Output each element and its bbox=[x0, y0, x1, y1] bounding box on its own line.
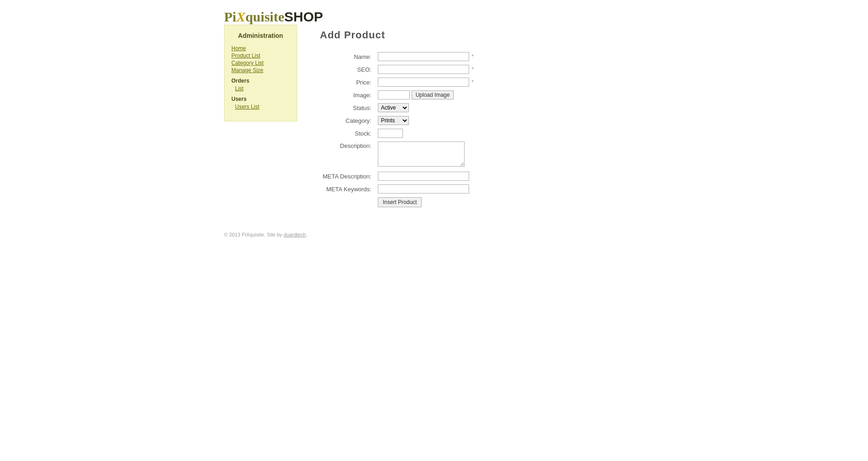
seo-input[interactable] bbox=[378, 65, 469, 74]
page-title: Add Product bbox=[320, 29, 635, 41]
meta-description-label: META Description: bbox=[320, 170, 375, 183]
logo-quisite: quisite bbox=[246, 9, 284, 24]
logo-x: X bbox=[236, 9, 246, 24]
meta-keywords-field-cell bbox=[375, 183, 477, 195]
description-row: Description: bbox=[320, 140, 476, 170]
sidebar-item-category-list[interactable]: Category List bbox=[231, 59, 290, 67]
status-row: Status: Active Inactive bbox=[320, 101, 476, 114]
insert-product-button[interactable]: Insert Product bbox=[378, 197, 422, 207]
status-field-cell: Active Inactive bbox=[375, 101, 477, 114]
logo-pi: Pi bbox=[224, 9, 236, 24]
footer-text: © 2013 PiXquisite. Site by bbox=[224, 232, 283, 237]
sidebar-item-home[interactable]: Home bbox=[231, 45, 290, 52]
price-required: * bbox=[471, 79, 474, 85]
name-label: Name: bbox=[320, 50, 375, 63]
submit-row: Insert Product bbox=[320, 195, 476, 209]
sidebar: Administration Home Product List Categor… bbox=[224, 25, 297, 121]
category-select[interactable]: Prints Canvas Framed bbox=[378, 116, 409, 125]
stock-field-cell bbox=[375, 127, 477, 140]
sidebar-item-manage-size[interactable]: Manage Size bbox=[231, 67, 290, 74]
sidebar-title: Administration bbox=[231, 32, 290, 39]
nav-section-orders: Orders List bbox=[231, 78, 290, 92]
price-label: Price: bbox=[320, 76, 375, 89]
meta-keywords-label: META Keywords: bbox=[320, 183, 375, 195]
seo-field-cell: * bbox=[375, 63, 477, 76]
name-row: Name: * bbox=[320, 50, 476, 63]
product-form: Name: * SEO: * Price: bbox=[320, 50, 476, 209]
orders-label: Orders bbox=[231, 78, 290, 84]
image-input[interactable] bbox=[378, 90, 410, 100]
category-row: Category: Prints Canvas Framed bbox=[320, 114, 476, 127]
price-field-cell: * bbox=[375, 76, 477, 89]
category-label: Category: bbox=[320, 114, 375, 127]
description-textarea[interactable] bbox=[378, 141, 465, 167]
seo-required: * bbox=[471, 66, 474, 73]
main-content: Add Product Name: * SEO: * bbox=[311, 25, 644, 214]
meta-description-input[interactable] bbox=[378, 172, 469, 181]
category-field-cell: Prints Canvas Framed bbox=[375, 114, 477, 127]
image-field-cell: Upload Image bbox=[375, 89, 477, 101]
sidebar-item-users-list[interactable]: Users List bbox=[231, 103, 290, 110]
submit-label-spacer bbox=[320, 195, 375, 209]
stock-row: Stock: bbox=[320, 127, 476, 140]
meta-keywords-input[interactable] bbox=[378, 184, 469, 194]
name-required: * bbox=[471, 53, 474, 60]
status-select[interactable]: Active Inactive bbox=[378, 103, 409, 112]
meta-description-row: META Description: bbox=[320, 170, 476, 183]
sidebar-item-product-list[interactable]: Product List bbox=[231, 52, 290, 59]
footer: © 2013 PiXquisite. Site by duardtech. bbox=[224, 232, 644, 237]
status-label: Status: bbox=[320, 101, 375, 114]
description-label: Description: bbox=[320, 140, 375, 170]
footer-suffix: . bbox=[306, 232, 307, 237]
stock-label: Stock: bbox=[320, 127, 375, 140]
seo-row: SEO: * bbox=[320, 63, 476, 76]
description-field-cell bbox=[375, 140, 477, 170]
sidebar-item-orders-list[interactable]: List bbox=[231, 85, 290, 92]
meta-description-field-cell bbox=[375, 170, 477, 183]
users-label: Users bbox=[231, 96, 290, 102]
seo-label: SEO: bbox=[320, 63, 375, 76]
name-input[interactable] bbox=[378, 52, 469, 61]
logo-shop: SHOP bbox=[284, 9, 323, 24]
footer-link[interactable]: duardtech bbox=[283, 232, 306, 237]
logo: PiXquisiteSHOP bbox=[224, 9, 644, 25]
price-row: Price: * bbox=[320, 76, 476, 89]
price-input[interactable] bbox=[378, 78, 469, 87]
image-row: Image: Upload Image bbox=[320, 89, 476, 101]
image-label: Image: bbox=[320, 89, 375, 101]
nav-section-main: Home Product List Category List Manage S… bbox=[231, 45, 290, 74]
meta-keywords-row: META Keywords: bbox=[320, 183, 476, 195]
nav-section-users: Users Users List bbox=[231, 96, 290, 110]
name-field-cell: * bbox=[375, 50, 477, 63]
upload-image-button[interactable]: Upload Image bbox=[412, 90, 454, 100]
stock-input[interactable] bbox=[378, 129, 403, 138]
image-input-group: Upload Image bbox=[378, 90, 474, 100]
submit-field-cell: Insert Product bbox=[375, 195, 477, 209]
